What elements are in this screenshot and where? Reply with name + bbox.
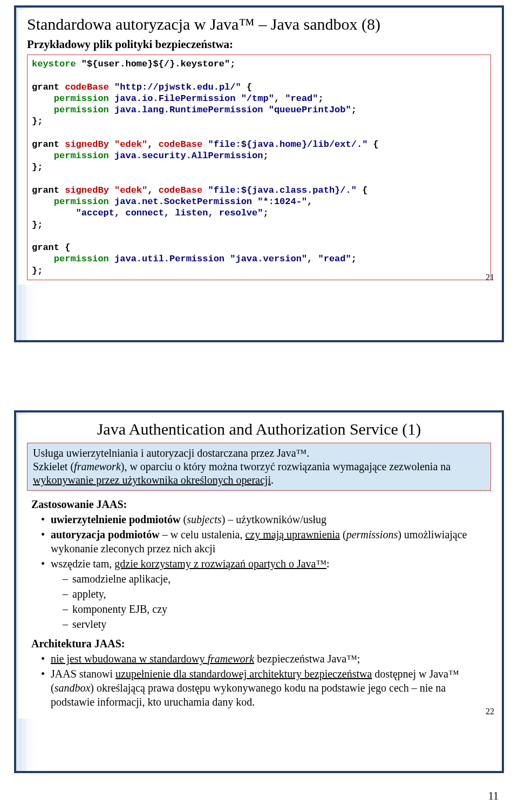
slide-title: Standardowa autoryzacja w Java™ – Java s… [27, 15, 491, 33]
list-item: uwierzytelnienie podmiotów (subjects) – … [41, 512, 487, 526]
code-block: keystore "${user.home}${/}.keystore"; gr… [27, 55, 491, 280]
slide-page-number: 22 [486, 707, 494, 716]
list-item: wszędzie tam, gdzie korzystamy z rozwiąz… [41, 557, 487, 631]
slide-title: Java Authentication and Authorization Se… [27, 420, 491, 438]
page-footer-number: 11 [488, 790, 499, 802]
list-item: servlety [63, 617, 487, 631]
slide-1: Standardowa autoryzacja w Java™ – Java s… [14, 5, 504, 342]
slide-page-number: 21 [486, 273, 494, 282]
section-heading: Architektura JAAS: [31, 637, 487, 651]
intro-box: Usługa uwierzytelniania i autoryzacji do… [27, 443, 491, 491]
list-item: komponenty EJB, czy [63, 602, 487, 616]
section-heading: Zastosowanie JAAS: [31, 497, 487, 511]
list-item: autoryzacja podmiotów – w celu ustalenia… [41, 527, 487, 556]
list-item: nie jest wbudowana w standardowy framewo… [41, 652, 487, 666]
slide-2: Java Authentication and Authorization Se… [14, 410, 504, 773]
slide-subtitle: Przykładowy plik polityki bezpieczeństwa… [27, 38, 491, 51]
body-text: Zastosowanie JAAS: uwierzytelnienie podm… [27, 497, 491, 709]
list-item: applety, [63, 587, 487, 601]
list-item: samodzielne aplikacje, [63, 572, 487, 586]
list-item: JAAS stanowi uzupełnienie dla standardow… [41, 667, 487, 709]
